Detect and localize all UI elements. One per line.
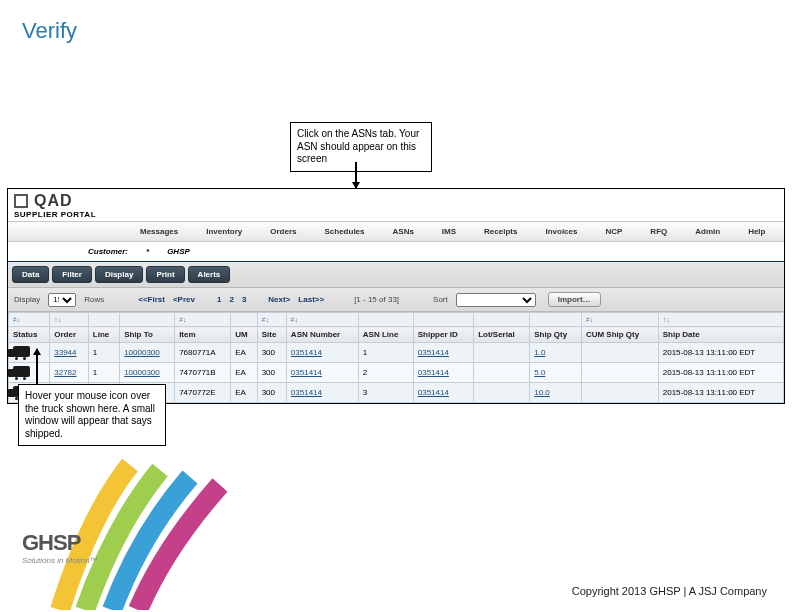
cell-shipq[interactable]: 10.0	[530, 383, 582, 403]
column-header[interactable]: Ship To	[120, 327, 175, 343]
filter-cell[interactable]	[474, 313, 530, 327]
truck-icon[interactable]	[13, 346, 30, 357]
nav-rfq[interactable]: RFQ	[636, 222, 681, 241]
column-header[interactable]: CUM Ship Qty	[581, 327, 658, 343]
column-header[interactable]: Site	[257, 327, 286, 343]
filter-cell[interactable]: ≠↓	[581, 313, 658, 327]
nav-orders[interactable]: Orders	[256, 222, 310, 241]
cell-date: 2015-08-13 13:11:00 EDT	[658, 343, 783, 363]
filter-cell[interactable]: ↑↓	[658, 313, 783, 327]
column-header[interactable]: Shipper ID	[413, 327, 473, 343]
filter-button[interactable]: Filter	[52, 266, 92, 283]
column-header[interactable]: Status	[9, 327, 50, 343]
nav-ncp[interactable]: NCP	[591, 222, 636, 241]
column-header[interactable]: Order	[50, 327, 89, 343]
cell-order[interactable]: 32782	[50, 363, 89, 383]
filter-cell[interactable]	[231, 313, 257, 327]
page-title: Verify	[0, 0, 792, 44]
nav-schedules[interactable]: Schedules	[311, 222, 379, 241]
truck-icon[interactable]	[13, 366, 30, 377]
column-header[interactable]: Item	[175, 327, 231, 343]
action-button-row: DataFilterDisplayPrintAlerts	[8, 262, 784, 288]
filter-cell[interactable]: ≠↓	[286, 313, 358, 327]
cell-lot	[474, 383, 530, 403]
filter-cell[interactable]: ≠↓	[257, 313, 286, 327]
page-1[interactable]: 1	[217, 295, 221, 304]
cell-asnl: 2	[358, 363, 413, 383]
nav-asns[interactable]: ASNs	[379, 222, 428, 241]
arrow-icon	[355, 162, 357, 188]
cell-asn[interactable]: 0351414	[286, 363, 358, 383]
filter-cell[interactable]	[413, 313, 473, 327]
alerts-button[interactable]: Alerts	[188, 266, 231, 283]
cell-item: 7470771B	[175, 363, 231, 383]
cell-order[interactable]: 33944	[50, 343, 89, 363]
cell-asn[interactable]: 0351414	[286, 383, 358, 403]
ghsp-logo: GHSP Solutions in Motion™	[22, 530, 98, 565]
customer-row: Customer: * GHSP	[8, 242, 784, 262]
qad-header: QAD	[8, 189, 784, 210]
display-label: Display	[14, 295, 40, 304]
nav-ims[interactable]: IMS	[428, 222, 470, 241]
page-3[interactable]: 3	[242, 295, 246, 304]
page-2[interactable]: 2	[229, 295, 233, 304]
cell-shipper[interactable]: 0351414	[413, 343, 473, 363]
status-cell[interactable]	[9, 363, 50, 383]
cell-asn[interactable]: 0351414	[286, 343, 358, 363]
cell-shipper[interactable]: 0351414	[413, 383, 473, 403]
data-button[interactable]: Data	[12, 266, 49, 283]
filter-cell[interactable]: ≠↓	[175, 313, 231, 327]
first-page[interactable]: <<First	[138, 295, 165, 304]
top-nav: MessagesInventoryOrdersSchedulesASNsIMSR…	[8, 221, 784, 242]
nav-inventory[interactable]: Inventory	[192, 222, 256, 241]
nav-receipts[interactable]: Receipts	[470, 222, 531, 241]
cell-shipto[interactable]: 10000300	[120, 363, 175, 383]
column-header[interactable]: Lot/Serial	[474, 327, 530, 343]
column-header[interactable]: Ship Date	[658, 327, 783, 343]
cell-date: 2015-08-13 13:11:00 EDT	[658, 383, 783, 403]
nav-invoices[interactable]: Invoices	[531, 222, 591, 241]
filter-cell[interactable]	[120, 313, 175, 327]
cell-asnl: 3	[358, 383, 413, 403]
cell-site: 300	[257, 383, 286, 403]
filter-cell[interactable]	[530, 313, 582, 327]
cell-um: EA	[231, 383, 257, 403]
sort-select[interactable]	[456, 293, 536, 307]
customer-star: *	[146, 247, 149, 256]
filter-cell[interactable]: ↑↓	[50, 313, 89, 327]
rows-select[interactable]: 15	[48, 293, 76, 307]
row-count: [1 - 15 of 33]	[354, 295, 399, 304]
nav-help[interactable]: Help	[734, 222, 779, 241]
import-button[interactable]: Import…	[548, 292, 601, 307]
column-header[interactable]: UM	[231, 327, 257, 343]
display-button[interactable]: Display	[95, 266, 143, 283]
cell-shipq[interactable]: 1.0	[530, 343, 582, 363]
last-page[interactable]: Last>>	[298, 295, 324, 304]
rows-label: Rows	[84, 295, 104, 304]
cell-lot	[474, 343, 530, 363]
filter-cell[interactable]	[88, 313, 119, 327]
cell-cum	[581, 383, 658, 403]
column-header[interactable]: ASN Number	[286, 327, 358, 343]
filter-cell[interactable]: ≠↓	[9, 313, 50, 327]
column-header[interactable]: ASN Line	[358, 327, 413, 343]
pager-row: Display 15 Rows <<First <Prev 1 2 3 Next…	[8, 288, 784, 312]
status-cell[interactable]	[9, 343, 50, 363]
customer-value: GHSP	[167, 247, 190, 256]
cell-item: 7470772E	[175, 383, 231, 403]
cell-shipq[interactable]: 5.0	[530, 363, 582, 383]
table-row: 327821100003007470771BEA3000351414203514…	[9, 363, 784, 383]
prev-page[interactable]: <Prev	[173, 295, 195, 304]
cell-cum	[581, 343, 658, 363]
column-header[interactable]: Ship Qty	[530, 327, 582, 343]
filter-cell[interactable]	[358, 313, 413, 327]
copyright: Copyright 2013 GHSP | A JSJ Company	[572, 585, 767, 597]
nav-messages[interactable]: Messages	[126, 222, 192, 241]
print-button[interactable]: Print	[146, 266, 184, 283]
cell-shipto[interactable]: 10000300	[120, 343, 175, 363]
cell-cum	[581, 363, 658, 383]
column-header[interactable]: Line	[88, 327, 119, 343]
nav-admin[interactable]: Admin	[681, 222, 734, 241]
cell-shipper[interactable]: 0351414	[413, 363, 473, 383]
next-page[interactable]: Next>	[268, 295, 290, 304]
